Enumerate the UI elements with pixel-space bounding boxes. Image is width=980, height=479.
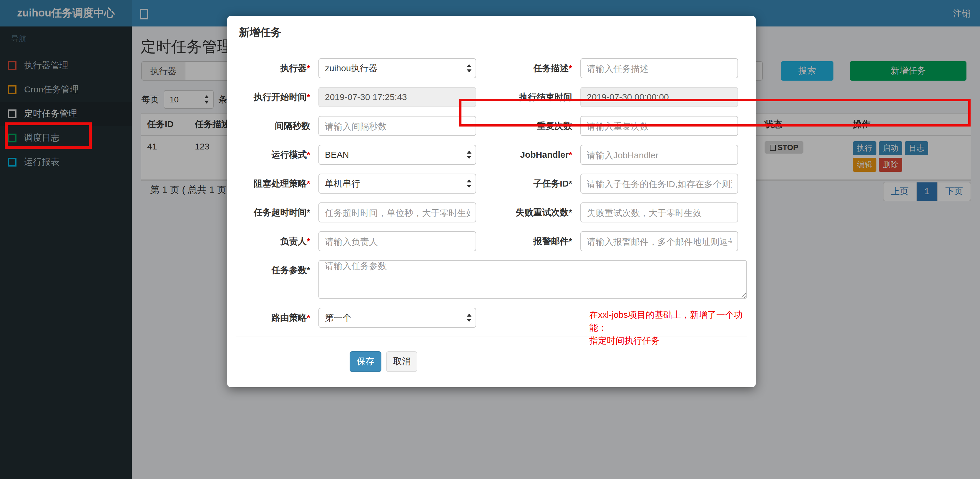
job-param-group: 任务参数* [236,260,747,299]
start-time-group: 执行开始时间*2019-07-30 17:25:43 [236,87,492,107]
timeout-group: 任务超时时间* [236,202,492,223]
timeout-input[interactable] [318,202,476,223]
interval-seconds-input[interactable] [318,116,476,136]
modal-red-note: 在xxl-jobs项目的基础上，新增了一个功能： 指定时间执行任务 [589,308,760,347]
form-row: 任务超时时间*失败重试次数* [236,202,747,223]
form-row: 间隔秒数重复次数 [236,116,747,136]
executor-group: 执行器*zuihou执行器 [236,58,492,78]
end-time-label: 执行结束时间 [492,87,580,107]
executor-value: zuihou执行器 [325,63,377,73]
run-mode-group: 运行模式*BEAN [236,145,492,165]
new-task-modal: 新增任务 执行器*zuihou执行器任务描述*执行开始时间*2019-07-30… [227,16,756,387]
route-strategy-label: 路由策略* [236,308,318,328]
required-asterisk: * [569,63,572,73]
block-strategy-label: 阻塞处理策略* [236,173,318,194]
timeout-label: 任务超时时间* [236,202,318,223]
select-caret-icon [467,180,471,188]
save-button[interactable]: 保存 [350,351,382,372]
alarm-email-input[interactable] [580,231,738,251]
child-job-id-label: 子任务ID* [492,173,580,194]
run-mode-label: 运行模式* [236,145,318,165]
end-time-group: 执行结束时间2019-07-30 00:00:00 [492,87,747,107]
executor-select[interactable]: zuihou执行器 [318,58,476,78]
required-asterisk: * [307,92,310,102]
required-asterisk: * [307,236,310,246]
start-time-input[interactable]: 2019-07-30 17:25:43 [318,87,476,107]
required-asterisk: * [307,150,310,159]
repeat-count-group: 重复次数 [492,116,747,136]
executor-label: 执行器* [236,58,318,78]
cancel-button[interactable]: 取消 [387,351,418,372]
select-caret-icon [467,151,471,159]
start-time-label: 执行开始时间* [236,87,318,107]
modal-body: 执行器*zuihou执行器任务描述*执行开始时间*2019-07-30 17:2… [227,48,756,328]
required-asterisk: * [307,312,310,323]
form-row: 运行模式*BEANJobHandler* [236,145,747,165]
required-asterisk: * [307,63,310,73]
form-row: 负责人*报警邮件* [236,231,747,251]
route-strategy-value: 第一个 [325,312,352,323]
block-strategy-group: 阻塞处理策略*单机串行 [236,173,492,194]
job-desc-input[interactable] [580,58,738,78]
end-time-input[interactable]: 2019-07-30 00:00:00 [580,87,738,107]
jobhandler-label: JobHandler* [492,145,580,165]
owner-group: 负责人* [236,231,492,251]
fail-retry-group: 失败重试次数* [492,202,747,223]
alarm-email-label: 报警邮件* [492,231,580,251]
interval-seconds-group: 间隔秒数 [236,116,492,136]
form-row-param: 任务参数* [236,260,747,299]
run-mode-select[interactable]: BEAN [318,145,476,165]
job-param-textarea[interactable] [318,260,747,299]
repeat-count-label: 重复次数 [492,116,580,136]
note-line-1: 在xxl-jobs项目的基础上，新增了一个功能： [589,308,760,334]
form-row: 执行开始时间*2019-07-30 17:25:43执行结束时间2019-07-… [236,87,747,107]
app-stage: zuihou任务调度中心 注销 导航 执行器管理Cron任务管理定时任务管理调度… [0,0,980,479]
fail-retry-label: 失败重试次数* [492,202,580,223]
jobhandler-input[interactable] [580,145,738,165]
child-job-id-group: 子任务ID* [492,173,747,194]
form-row: 执行器*zuihou执行器任务描述* [236,58,747,78]
required-asterisk: * [307,178,310,188]
owner-input[interactable] [318,231,476,251]
route-strategy-select[interactable]: 第一个 [318,308,476,328]
jobhandler-group: JobHandler* [492,145,747,165]
run-mode-value: BEAN [325,150,349,159]
child-job-id-input[interactable] [580,173,738,194]
interval-seconds-label: 间隔秒数 [236,116,318,136]
fail-retry-input[interactable] [580,202,738,223]
route-strategy-group: 路由策略*第一个 [236,308,492,328]
owner-label: 负责人* [236,231,318,251]
job-desc-group: 任务描述* [492,58,747,78]
block-strategy-value: 单机串行 [325,178,360,188]
job-param-label: 任务参数* [236,260,318,299]
form-row: 阻塞处理策略*单机串行子任务ID* [236,173,747,194]
modal-title: 新增任务 [239,27,282,38]
repeat-count-input[interactable] [580,116,738,136]
required-asterisk: * [569,150,572,159]
note-line-2: 指定时间执行任务 [589,334,760,347]
select-caret-icon [467,64,471,72]
job-desc-label: 任务描述* [492,58,580,78]
block-strategy-select[interactable]: 单机串行 [318,173,476,194]
select-caret-icon [467,313,471,322]
modal-header: 新增任务 [227,16,756,48]
alarm-email-group: 报警邮件* [492,231,747,251]
